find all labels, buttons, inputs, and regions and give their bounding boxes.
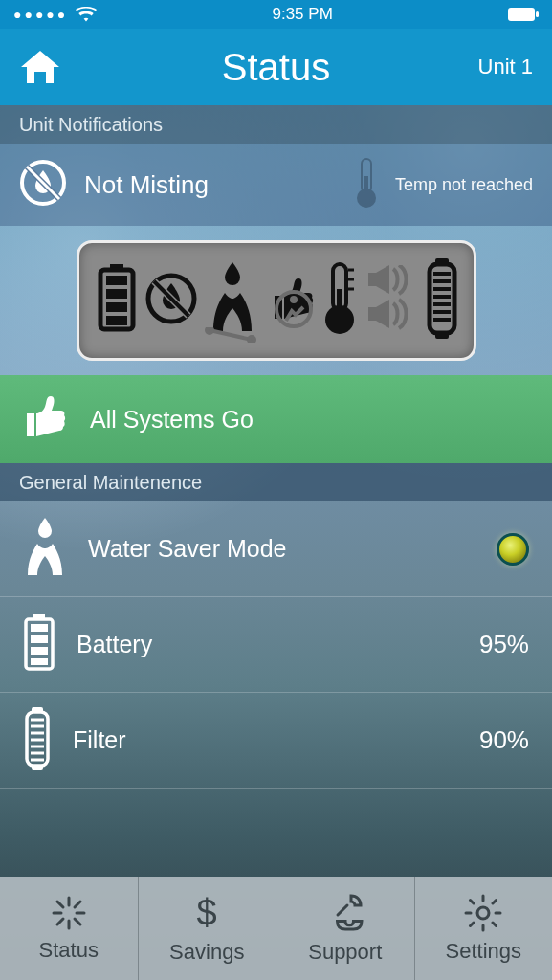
savings-icon: $ — [192, 892, 221, 934]
water-saver-indicator — [497, 533, 529, 566]
svg-line-59 — [75, 902, 80, 907]
svg-rect-11 — [106, 289, 127, 299]
section-notifications-label: Unit Notifications — [0, 105, 552, 144]
clock: 9:35 PM — [272, 5, 332, 24]
no-mist-icon — [19, 159, 67, 211]
panel-water-saver-icon — [206, 260, 259, 341]
svg-rect-23 — [337, 289, 342, 318]
svg-point-17 — [207, 327, 212, 333]
thumbs-up-icon — [23, 396, 67, 442]
panel-thumb-icon — [267, 275, 315, 326]
svg-rect-44 — [32, 707, 43, 713]
systems-label: All Systems Go — [90, 406, 254, 434]
svg-point-20 — [290, 296, 298, 303]
water-saver-label: Water Saver Mode — [88, 535, 497, 563]
tab-status-label: Status — [39, 938, 99, 963]
svg-rect-28 — [435, 258, 449, 266]
svg-point-18 — [249, 337, 254, 343]
svg-rect-29 — [435, 331, 449, 339]
battery-icon — [508, 8, 539, 21]
filter-value: 90% — [479, 725, 529, 755]
tab-settings[interactable]: Settings — [415, 877, 553, 980]
notification-row-misting[interactable]: Not Misting Temp not reached — [0, 144, 552, 226]
panel-filter-icon — [424, 258, 460, 343]
row-water-saver[interactable]: Water Saver Mode — [0, 501, 552, 597]
display-panel-wrap — [0, 226, 552, 375]
section-maintenance-label: General Maintenence — [0, 463, 552, 501]
filter-label: Filter — [73, 726, 479, 754]
misting-label: Not Misting — [84, 170, 355, 200]
row-battery[interactable]: Battery 95% — [0, 597, 552, 693]
svg-line-62 — [338, 905, 347, 915]
panel-sound-icon — [364, 265, 416, 336]
battery-icon — [23, 614, 55, 676]
systems-status-row[interactable]: All Systems Go — [0, 375, 552, 463]
battery-value: 95% — [479, 630, 529, 659]
svg-rect-1 — [536, 11, 539, 17]
svg-rect-41 — [31, 647, 48, 655]
thermometer-icon — [355, 157, 378, 212]
svg-rect-42 — [31, 658, 48, 665]
support-icon — [324, 892, 366, 934]
settings-icon — [463, 893, 503, 933]
display-panel — [77, 240, 476, 361]
tab-status[interactable]: Status — [0, 877, 139, 980]
svg-rect-12 — [106, 302, 127, 312]
status-icon — [50, 894, 88, 932]
home-button[interactable] — [19, 48, 61, 86]
svg-rect-40 — [31, 635, 48, 643]
page-title: Status — [0, 46, 552, 89]
unit-selector[interactable]: Unit 1 — [478, 55, 533, 79]
svg-rect-10 — [106, 276, 127, 285]
tab-savings-label: Savings — [169, 940, 244, 965]
svg-line-60 — [57, 919, 63, 924]
svg-rect-7 — [364, 176, 368, 197]
wifi-icon — [76, 7, 97, 22]
tab-settings-label: Settings — [446, 939, 522, 964]
svg-rect-45 — [32, 765, 43, 770]
filter-icon — [23, 707, 52, 774]
water-saver-icon — [23, 518, 67, 581]
svg-text:$: $ — [197, 892, 217, 932]
tab-savings[interactable]: $ Savings — [139, 877, 277, 980]
tab-bar: Status $ Savings Support Settings — [0, 877, 552, 980]
panel-no-mist-icon — [144, 272, 198, 329]
svg-rect-13 — [106, 316, 127, 325]
panel-thermometer-icon — [322, 260, 357, 341]
svg-line-57 — [57, 902, 63, 907]
tab-support[interactable]: Support — [276, 877, 415, 980]
row-filter[interactable]: Filter 90% — [0, 693, 552, 789]
panel-battery-icon — [97, 264, 137, 337]
tab-support-label: Support — [308, 940, 382, 965]
app-header: Status Unit 1 — [0, 29, 552, 105]
svg-rect-39 — [31, 624, 48, 632]
svg-line-58 — [75, 919, 80, 924]
ios-status-bar: ●●●●● 9:35 PM — [0, 0, 552, 29]
temp-status-label: Temp not reached — [395, 175, 533, 195]
battery-label: Battery — [77, 631, 479, 658]
signal-dots: ●●●●● — [13, 7, 68, 22]
svg-rect-0 — [508, 8, 535, 21]
svg-point-63 — [477, 907, 489, 919]
